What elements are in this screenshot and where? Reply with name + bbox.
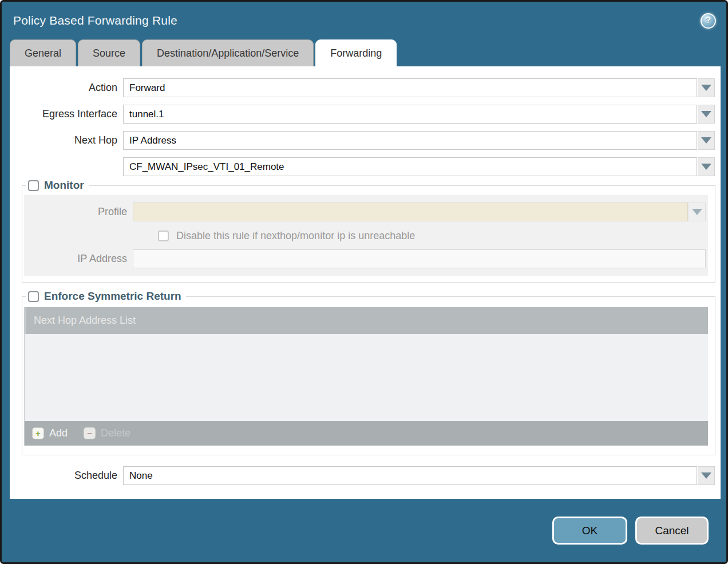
action-row: Action: [10, 78, 715, 97]
next-hop-address-table-footer: + Add − Delete: [25, 421, 708, 446]
monitor-ip-label: IP Address: [24, 253, 133, 265]
next-hop-address-table-body[interactable]: [25, 334, 708, 421]
egress-interface-label: Egress Interface: [10, 108, 123, 120]
tab-general[interactable]: General: [10, 39, 76, 66]
monitor-profile-input[interactable]: [133, 202, 688, 221]
monitor-disable-row: Disable this rule if nexthop/monitor ip …: [158, 230, 706, 242]
tab-forwarding[interactable]: Forwarding: [315, 39, 397, 66]
next-hop-address-dropdown-button[interactable]: [698, 157, 715, 176]
enforce-legend: Enforce Symmetric Return: [26, 290, 186, 303]
monitor-profile-label: Profile: [24, 206, 133, 218]
ok-button[interactable]: OK: [552, 517, 627, 545]
next-hop-address-table: Next Hop Address List + Add − Delete: [24, 307, 708, 446]
dialog-title: Policy Based Forwarding Rule: [13, 14, 177, 27]
next-hop-address-row: [10, 157, 715, 176]
next-hop-address-table-header: Next Hop Address List: [25, 307, 708, 334]
enforce-symmetric-return-checkbox[interactable]: [28, 291, 39, 302]
monitor-body: Profile Disable this rule if nexthop/mon…: [24, 195, 708, 276]
action-dropdown-button[interactable]: [698, 78, 715, 97]
add-button[interactable]: + Add: [32, 427, 68, 439]
monitor-group: Monitor Profile Disable this rule if nex…: [22, 185, 715, 283]
monitor-disable-checkbox[interactable]: [158, 231, 169, 241]
enforce-symmetric-return-group: Enforce Symmetric Return Next Hop Addres…: [22, 296, 715, 455]
chevron-down-icon: [701, 111, 711, 117]
monitor-profile-dropdown-button[interactable]: [689, 202, 706, 221]
help-icon[interactable]: ?: [701, 13, 716, 29]
monitor-disable-label: Disable this rule if nexthop/monitor ip …: [176, 230, 415, 242]
egress-interface-input[interactable]: [123, 105, 697, 124]
next-hop-row: Next Hop: [10, 131, 715, 150]
monitor-legend-label: Monitor: [44, 179, 84, 192]
next-hop-label: Next Hop: [10, 134, 123, 146]
monitor-checkbox[interactable]: [28, 180, 39, 191]
cancel-button[interactable]: Cancel: [635, 517, 709, 545]
tab-bar: General Source Destination/Application/S…: [2, 39, 726, 66]
chevron-down-icon: [701, 85, 711, 91]
tab-source[interactable]: Source: [78, 39, 140, 66]
delete-button[interactable]: − Delete: [84, 427, 130, 439]
minus-icon: −: [84, 427, 96, 439]
add-button-label: Add: [49, 427, 68, 439]
chevron-down-icon: [692, 209, 702, 215]
monitor-ip-input[interactable]: [133, 249, 706, 268]
chevron-down-icon: [701, 137, 711, 144]
monitor-ip-row: IP Address: [24, 249, 706, 268]
dialog-titlebar: Policy Based Forwarding Rule ?: [2, 2, 726, 39]
action-input[interactable]: [123, 78, 697, 97]
schedule-dropdown-button[interactable]: [698, 466, 715, 485]
egress-interface-row: Egress Interface: [10, 105, 715, 124]
monitor-legend: Monitor: [26, 179, 89, 192]
action-label: Action: [10, 82, 123, 94]
schedule-row: Schedule: [10, 466, 715, 485]
next-hop-address-input[interactable]: [123, 157, 697, 176]
monitor-profile-row: Profile: [24, 202, 706, 221]
chevron-down-icon: [701, 164, 711, 170]
schedule-input[interactable]: [123, 466, 697, 485]
forwarding-tab-panel: Action Egress Interface Next Hop: [10, 66, 721, 499]
next-hop-type-input[interactable]: [123, 131, 697, 150]
chevron-down-icon: [701, 472, 711, 479]
enforce-legend-label: Enforce Symmetric Return: [44, 290, 181, 303]
dialog-action-bar: OK Cancel: [2, 499, 726, 562]
schedule-label: Schedule: [10, 470, 123, 482]
tab-destination-application-service[interactable]: Destination/Application/Service: [142, 39, 314, 66]
next-hop-type-dropdown-button[interactable]: [698, 131, 715, 150]
egress-interface-dropdown-button[interactable]: [698, 105, 715, 124]
plus-icon: +: [32, 427, 44, 439]
pbf-rule-dialog: Policy Based Forwarding Rule ? General S…: [0, 0, 728, 564]
delete-button-label: Delete: [101, 427, 130, 439]
